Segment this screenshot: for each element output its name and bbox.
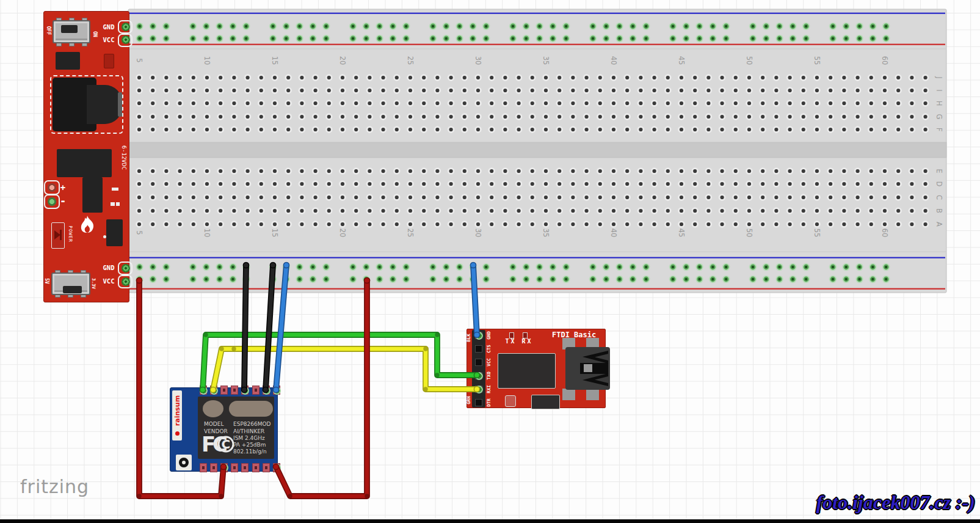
wire-red-esp-to-vcc-rail[interactable] bbox=[273, 277, 369, 498]
wire-black-gnd-rail-to-esp-1[interactable] bbox=[241, 262, 249, 392]
wires-layer bbox=[0, 0, 980, 523]
wire-blue-gnd-rail-to-esp[interactable] bbox=[273, 262, 289, 392]
wire-black-gnd-rail-to-esp-2[interactable] bbox=[263, 262, 275, 392]
wire-blue-gnd-rail-to-ftdi-gnd[interactable] bbox=[470, 262, 479, 337]
fritzing-canvas: 5510101515202025253030353540404545505055… bbox=[0, 0, 980, 523]
